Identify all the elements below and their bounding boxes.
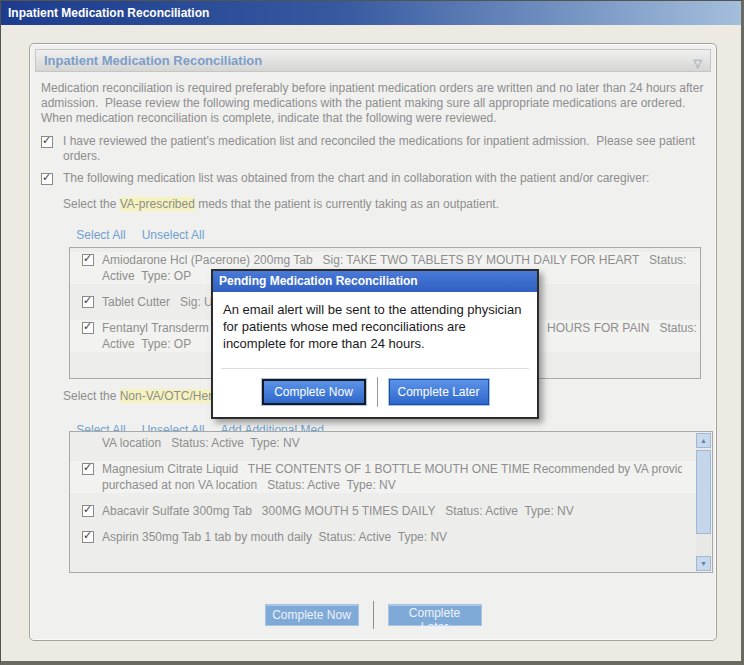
complete-later-button[interactable]: Complete Later bbox=[388, 604, 482, 626]
scroll-down-icon[interactable]: ▼ bbox=[696, 556, 711, 571]
checkmark-icon: ✓ bbox=[83, 529, 92, 541]
intro-text: Medication reconciliation is required pr… bbox=[41, 81, 713, 126]
vertical-scrollbar[interactable]: ▲ ▼ bbox=[696, 433, 711, 571]
prompt-prefix: Select the bbox=[63, 197, 120, 211]
med-row[interactable]: ✓ Magnesium Citrate Liquid THE CONTENTS … bbox=[70, 461, 712, 493]
select-all-link[interactable]: Select All bbox=[76, 228, 125, 242]
attestation-text: The following medication list was obtain… bbox=[63, 171, 699, 186]
med-checkbox[interactable]: ✓ bbox=[82, 463, 94, 475]
dialog-actions: Complete Now Complete Later bbox=[213, 377, 537, 407]
med-list-obtained-checkbox[interactable]: ✓ bbox=[41, 173, 53, 185]
med-text: Abacavir Sulfate 300mg Tab 300MG MOUTH 5… bbox=[102, 503, 682, 519]
button-divider bbox=[373, 601, 374, 629]
reviewed-checkbox[interactable]: ✓ bbox=[41, 136, 53, 148]
checkmark-icon: ✓ bbox=[83, 294, 92, 306]
dialog-title: Pending Medication Reconciliation bbox=[219, 274, 418, 288]
va-prescribed-highlight: VA-prescribed bbox=[120, 197, 195, 211]
checkmark-icon: ✓ bbox=[42, 134, 51, 146]
med-line: Magnesium Citrate Liquid THE CONTENTS OF… bbox=[102, 461, 682, 477]
checkmark-icon: ✓ bbox=[83, 320, 92, 332]
footer-actions: Complete Now Complete Later bbox=[1, 601, 744, 629]
checkmark-icon: ✓ bbox=[83, 461, 92, 473]
med-text: Magnesium Citrate Liquid THE CONTENTS OF… bbox=[102, 461, 682, 493]
chevron-down-icon[interactable]: ▽ bbox=[694, 53, 702, 74]
checkmark-icon: ✓ bbox=[83, 252, 92, 264]
scrollbar-thumb[interactable] bbox=[696, 450, 711, 534]
prompt-prefix: Select the bbox=[63, 389, 120, 403]
inpatient-med-rec-window: Inpatient Medication Reconciliation Inpa… bbox=[0, 0, 744, 665]
unselect-all-link[interactable]: Unselect All bbox=[142, 228, 205, 242]
section-title: Inpatient Medication Reconciliation bbox=[44, 53, 262, 68]
attestation-row: ✓ I have reviewed the patient's medicati… bbox=[41, 134, 701, 164]
checkmark-icon: ✓ bbox=[42, 171, 51, 183]
med-checkbox[interactable]: ✓ bbox=[82, 505, 94, 517]
pending-med-rec-dialog: Pending Medication Reconciliation An ema… bbox=[211, 269, 539, 419]
dialog-message: An email alert will be sent to the atten… bbox=[213, 292, 537, 361]
med-checkbox[interactable]: ✓ bbox=[82, 322, 94, 334]
med-row[interactable]: ✓ Aspirin 350mg Tab 1 tab by mouth daily… bbox=[70, 529, 712, 545]
med-line-left: Fentanyl Transderm bbox=[102, 321, 209, 335]
med-checkbox[interactable]: ✓ bbox=[82, 531, 94, 543]
window-title: Inpatient Medication Reconciliation bbox=[8, 6, 209, 20]
med-line: purchased at non VA location Status: Act… bbox=[102, 477, 682, 493]
prompt-suffix: meds that the patient is currently takin… bbox=[195, 197, 499, 211]
med-row[interactable]: ✓ Abacavir Sulfate 300mg Tab 300MG MOUTH… bbox=[70, 503, 712, 519]
nonva-meds-prompt: Select the Non-VA/OTC/Herbal bbox=[63, 389, 228, 403]
window-titlebar[interactable]: Inpatient Medication Reconciliation bbox=[1, 1, 741, 25]
dialog-separator bbox=[221, 368, 529, 369]
partial-med-line: VA location Status: Active Type: NV bbox=[70, 435, 712, 451]
dialog-button-divider bbox=[377, 377, 378, 407]
dialog-complete-later-button[interactable]: Complete Later bbox=[389, 379, 489, 405]
scroll-up-icon[interactable]: ▲ bbox=[696, 433, 711, 448]
med-line-right: HOURS FOR PAIN Status: bbox=[547, 320, 692, 336]
med-checkbox[interactable]: ✓ bbox=[82, 254, 94, 266]
med-line: Amiodarone Hcl (Pacerone) 200mg Tab Sig:… bbox=[102, 252, 692, 268]
nonva-med-list: VA location Status: Active Type: NV ✓ Ma… bbox=[69, 431, 713, 573]
attestation-text: I have reviewed the patient's medication… bbox=[63, 134, 699, 164]
va-meds-prompt: Select the VA-prescribed meds that the p… bbox=[63, 197, 499, 211]
med-checkbox[interactable]: ✓ bbox=[82, 296, 94, 308]
dialog-complete-now-button[interactable]: Complete Now bbox=[262, 379, 366, 405]
checkmark-icon: ✓ bbox=[83, 503, 92, 515]
med-line: Abacavir Sulfate 300mg Tab 300MG MOUTH 5… bbox=[102, 503, 682, 519]
med-line: Aspirin 350mg Tab 1 tab by mouth daily S… bbox=[102, 529, 682, 545]
section-header: Inpatient Medication Reconciliation ▽ bbox=[35, 49, 711, 72]
dialog-titlebar[interactable]: Pending Medication Reconciliation bbox=[213, 271, 537, 292]
attestation-row: ✓ The following medication list was obta… bbox=[41, 171, 701, 186]
complete-now-button[interactable]: Complete Now bbox=[265, 604, 359, 626]
med-text: Aspirin 350mg Tab 1 tab by mouth daily S… bbox=[102, 529, 682, 545]
